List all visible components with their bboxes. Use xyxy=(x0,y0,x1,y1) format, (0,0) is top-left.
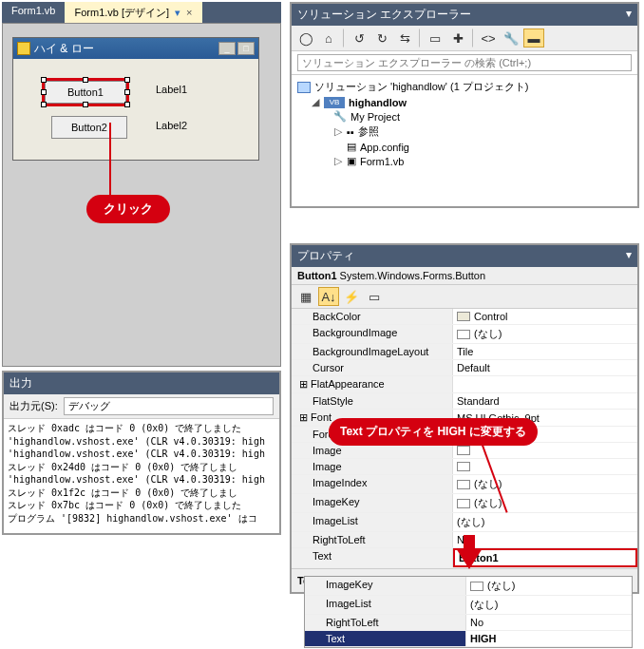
button1[interactable]: Button1 xyxy=(45,81,126,104)
label1[interactable]: Label1 xyxy=(156,84,187,95)
tree-myproject[interactable]: 🔧 My Project xyxy=(297,109,632,124)
arrow-down-icon xyxy=(456,548,483,569)
tab-form-design[interactable]: Form1.vb [デザイン] ▾ × xyxy=(65,2,201,23)
vb-project-icon: VB xyxy=(324,97,345,108)
tree-appconfig[interactable]: ▤ App.config xyxy=(297,140,632,154)
pin-icon[interactable]: ▾ xyxy=(175,7,180,19)
tree-project[interactable]: ◢ VB highandlow xyxy=(297,95,632,109)
view-code-button[interactable]: <> xyxy=(478,29,499,48)
solution-icon xyxy=(297,82,311,93)
callout-click: クリック xyxy=(86,195,170,223)
properties-object[interactable]: Button1 System.Windows.Forms.Button xyxy=(292,267,637,285)
collapse-button[interactable]: ⇆ xyxy=(394,29,415,48)
form-title-text: ハイ & ロー xyxy=(34,41,94,57)
refresh-button[interactable]: ↻ xyxy=(371,29,392,48)
form-icon xyxy=(17,42,30,55)
maximize-icon[interactable]: □ xyxy=(237,42,255,55)
show-all-button[interactable]: ▭ xyxy=(425,29,445,48)
solution-search-input[interactable] xyxy=(297,54,632,71)
nav-back-button[interactable]: ◯ xyxy=(295,29,316,48)
button1-selection[interactable]: Button1 xyxy=(42,78,129,106)
categorized-button[interactable]: ▦ xyxy=(295,287,316,306)
form-file-icon: ▣ xyxy=(347,155,356,167)
config-icon: ▤ xyxy=(347,141,356,153)
property-text-row-result[interactable]: TextHIGH xyxy=(305,631,632,647)
wrench-button[interactable]: 🔧 xyxy=(501,29,521,48)
tab-label: Form1.vb [デザイン] xyxy=(74,6,169,20)
properties-toolbar: ▦ A↓ ⚡ ▭ xyxy=(292,285,637,309)
tab-form-code[interactable]: Form1.vb xyxy=(2,2,65,23)
minimize-icon[interactable]: _ xyxy=(218,42,236,55)
output-title: 出力 xyxy=(4,372,279,394)
references-icon: ▪▪ xyxy=(347,126,354,138)
close-icon[interactable]: × xyxy=(186,7,192,18)
properties-button[interactable]: ✚ xyxy=(447,29,468,48)
sync-button[interactable]: ↺ xyxy=(349,29,369,48)
label2[interactable]: Label2 xyxy=(156,120,187,131)
form-window[interactable]: ハイ & ロー _ □ Button1 Button2 Label1 Label… xyxy=(12,37,259,161)
tree-form1vb[interactable]: ▷ ▣ Form1.vb xyxy=(297,154,632,168)
property-pages-button[interactable]: ▭ xyxy=(364,287,385,306)
tree-solution-root[interactable]: ソリューション 'highandlow' (1 プロジェクト) xyxy=(297,79,632,95)
solution-explorer-title: ソリューション エクスプローラー xyxy=(297,7,471,23)
output-text[interactable]: スレッド 0xadc はコード 0 (0x0) で終了しました 'highand… xyxy=(4,419,279,533)
expander-icon[interactable]: ▷ xyxy=(333,155,343,167)
output-panel: 出力 出力元(S): デバッグ スレッド 0xadc はコード 0 (0x0) … xyxy=(2,371,281,535)
form-designer-surface[interactable]: ハイ & ロー _ □ Button1 Button2 Label1 Label… xyxy=(2,23,281,367)
button2[interactable]: Button2 xyxy=(51,116,127,139)
pin-icon[interactable]: ▾ xyxy=(626,7,632,23)
properties-grid-after: ImageKey(なし) ImageList(なし) RightToLeftNo… xyxy=(304,576,633,648)
home-button[interactable]: ⌂ xyxy=(318,29,339,48)
events-button[interactable]: ⚡ xyxy=(341,287,362,306)
solution-explorer: ソリューション エクスプローラー ▾ ◯ ⌂ ↺ ↻ ⇆ ▭ ✚ <> 🔧 ▬ … xyxy=(290,2,639,208)
tree-references[interactable]: ▷ ▪▪ 参照 xyxy=(297,124,632,140)
properties-title: プロパティ xyxy=(297,249,354,262)
alphabetical-button[interactable]: A↓ xyxy=(318,287,339,306)
preview-button[interactable]: ▬ xyxy=(523,29,544,48)
expander-icon[interactable]: ◢ xyxy=(311,96,320,108)
callout-text-property: Text プロパティを HIGH に変更する xyxy=(329,418,538,446)
output-source-select[interactable]: デバッグ xyxy=(64,397,274,415)
form-titlebar: ハイ & ロー _ □ xyxy=(13,38,258,59)
wrench-icon: 🔧 xyxy=(333,110,347,123)
document-tabs: Form1.vb Form1.vb [デザイン] ▾ × xyxy=(2,2,281,23)
solution-tree[interactable]: ソリューション 'highandlow' (1 プロジェクト) ◢ VB hig… xyxy=(292,75,637,206)
solution-toolbar: ◯ ⌂ ↺ ↻ ⇆ ▭ ✚ <> 🔧 ▬ xyxy=(292,26,637,51)
expander-icon[interactable]: ▷ xyxy=(333,125,343,138)
output-source-label: 出力元(S): xyxy=(9,399,58,413)
pin-icon[interactable]: ▾ xyxy=(626,248,632,261)
